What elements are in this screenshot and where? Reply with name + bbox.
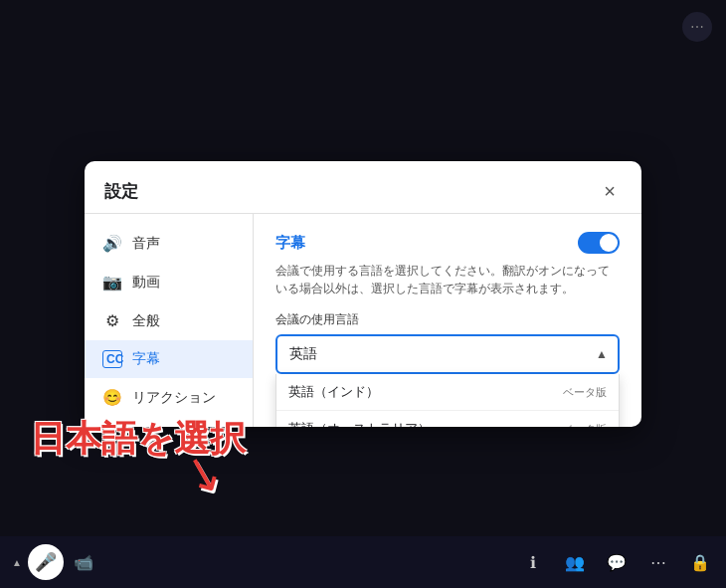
selected-language: 英語 [289, 345, 317, 363]
bottom-bar-right: ℹ 👥 💬 ⋯ 🔒 [519, 548, 714, 576]
sidebar-label-video: 動画 [132, 274, 160, 292]
settings-modal: 設定 × 🔊 音声 📷 動画 ⚙ 全般 CC [85, 161, 641, 427]
gear-icon: ⚙ [102, 311, 122, 330]
people-button[interactable]: 👥 [561, 548, 589, 576]
captions-description: 会議で使用する言語を選択してください。翻訳がオンになっている場合以外は、選択した… [275, 262, 620, 297]
toggle-knob [600, 234, 618, 252]
sidebar-item-general[interactable]: ⚙ 全般 [85, 301, 253, 340]
beta-badge-1: ベータ版 [563, 422, 607, 428]
modal-title: 設定 [104, 180, 138, 203]
sidebar-item-reactions[interactable]: 😊 リアクション [85, 378, 253, 417]
dropdown-item-label-1: 英語（オーストラリア） [288, 420, 431, 427]
more-button[interactable]: ⋯ [644, 548, 672, 576]
sidebar-item-audio[interactable]: 🔊 音声 [85, 224, 253, 263]
captions-toggle[interactable] [578, 232, 620, 254]
language-dropdown-wrapper: 英語 ▲ 英語（インド） ベータ版 英語（オーストラリア） ベータ版 [275, 334, 620, 374]
modal-body: 🔊 音声 📷 動画 ⚙ 全般 CC 字幕 😊 リアクション [85, 214, 641, 427]
sidebar-label-captions: 字幕 [132, 350, 160, 368]
mic-icon: 🎤 [35, 551, 57, 573]
modal-backdrop: 設定 × 🔊 音声 📷 動画 ⚙ 全般 CC [0, 0, 726, 588]
dropdown-item-1[interactable]: 英語（オーストラリア） ベータ版 [276, 411, 619, 427]
chevron-up-icon[interactable]: ▲ [12, 557, 22, 568]
settings-main: 字幕 会議で使用する言語を選択してください。翻訳がオンになっている場合以外は、選… [254, 214, 641, 427]
sidebar-item-video[interactable]: 📷 動画 [85, 263, 253, 301]
audio-icon: 🔊 [102, 234, 122, 253]
close-button[interactable]: × [598, 179, 622, 203]
mic-button[interactable]: 🎤 [28, 544, 64, 580]
language-dropdown-list: 英語（インド） ベータ版 英語（オーストラリア） ベータ版 英語（...） ベー… [275, 374, 620, 427]
modal-header: 設定 × [85, 161, 641, 214]
info-button[interactable]: ℹ [519, 548, 547, 576]
language-dropdown[interactable]: 英語 [275, 334, 620, 374]
captions-icon: CC [102, 350, 122, 368]
settings-sidebar: 🔊 音声 📷 動画 ⚙ 全般 CC 字幕 😊 リアクション [85, 214, 254, 427]
sidebar-label-reactions: リアクション [132, 389, 216, 407]
video-icon: 📷 [102, 273, 122, 292]
camera-button[interactable]: 📹 [70, 548, 97, 576]
section-title: 字幕 [275, 232, 620, 254]
sidebar-label-general: 全般 [132, 312, 160, 330]
reactions-icon: 😊 [102, 388, 122, 407]
bottom-bar-left: ▲ 🎤 📹 [12, 544, 97, 580]
bottom-toolbar: ▲ 🎤 📹 ℹ 👥 💬 ⋯ 🔒 [0, 536, 726, 588]
sidebar-label-audio: 音声 [132, 235, 160, 253]
lock-button[interactable]: 🔒 [686, 548, 714, 576]
dropdown-item-label-0: 英語（インド） [288, 383, 379, 401]
dropdown-item-0[interactable]: 英語（インド） ベータ版 [276, 374, 619, 411]
field-label: 会議の使用言語 [275, 311, 620, 328]
beta-badge-0: ベータ版 [563, 385, 607, 400]
chat-button[interactable]: 💬 [603, 548, 631, 576]
sidebar-item-captions[interactable]: CC 字幕 [85, 340, 253, 378]
